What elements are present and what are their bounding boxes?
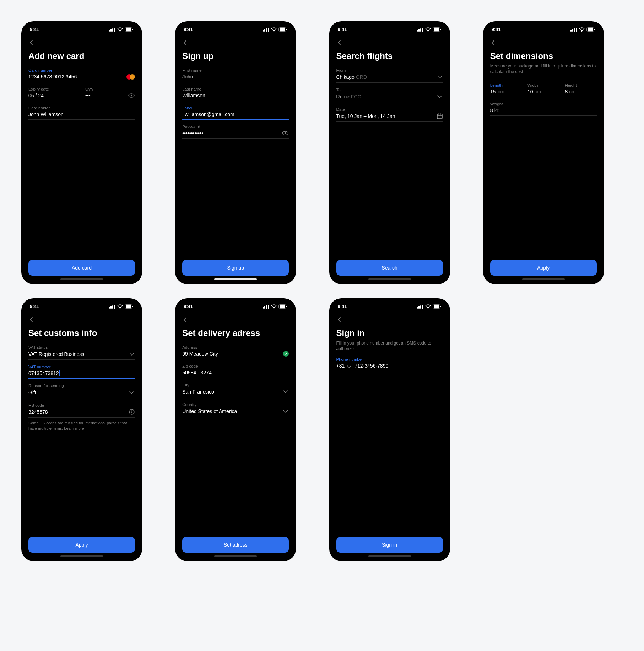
cvv-value: ••• [85, 93, 91, 98]
country-label: Country [182, 402, 289, 407]
zip-field[interactable]: Zip code 60584 - 3274 [182, 364, 289, 378]
status-time: 9:41 [184, 304, 193, 309]
weight-value: 8 [490, 108, 493, 113]
flight-to-label: To [336, 88, 443, 92]
reason-label: Reason for sending [28, 384, 135, 388]
city-label: City [182, 383, 289, 387]
hs-code-field[interactable]: HS code 3245678 [28, 403, 135, 418]
chevron-down-icon [437, 74, 443, 80]
back-button[interactable] [336, 314, 443, 325]
back-button[interactable] [28, 37, 135, 48]
screen-sign-up: 9:41 Sign up First name John Last name W… [175, 21, 296, 284]
width-label: Width [527, 83, 559, 87]
city-value: San Francsico [182, 389, 214, 395]
reason-field[interactable]: Reason for sending Gift [28, 384, 135, 398]
height-field[interactable]: Height 8 cm [565, 83, 596, 97]
zip-value: 60584 - 3274 [182, 370, 212, 375]
screen-customs: 9:41 Set customs info VAT status VAT Reg… [21, 298, 142, 561]
first-name-field[interactable]: First name John [182, 68, 289, 82]
last-name-field[interactable]: Last name Wiliamson [182, 87, 289, 101]
info-icon[interactable] [129, 409, 135, 415]
country-field[interactable]: Country United States of America [182, 402, 289, 417]
email-label: Label [182, 106, 289, 110]
cvv-label: CVV [85, 87, 135, 91]
city-field[interactable]: City San Francsico [182, 383, 289, 397]
search-button[interactable]: Search [336, 260, 443, 276]
status-time: 9:41 [338, 304, 347, 309]
set-address-button[interactable]: Set adress [182, 537, 289, 553]
flight-date-field[interactable]: Date Tue, 10 Jan – Mon, 14 Jan [336, 107, 443, 122]
home-indicator [214, 278, 257, 280]
phone-number-label: Phone number [336, 357, 443, 362]
mastercard-icon [126, 74, 135, 80]
apply-dimensions-button[interactable]: Apply [490, 260, 597, 276]
card-number-value: 1234 5678 9012 3456 [28, 74, 77, 80]
chevron-down-icon [282, 408, 289, 414]
reason-value: Gift [28, 390, 36, 395]
page-title: Set customs info [28, 328, 135, 338]
chevron-down-icon [437, 93, 443, 100]
card-number-label: Card number [28, 68, 135, 72]
weight-field[interactable]: Weight 8 kg [490, 102, 597, 116]
back-button[interactable] [182, 37, 289, 48]
flight-from-code: ORD [356, 74, 367, 80]
flight-date-label: Date [336, 107, 443, 112]
weight-unit: kg [494, 108, 499, 113]
length-field[interactable]: Length 15 cm [490, 83, 522, 97]
screen-dimensions: 9:41 Set dimensions Measure your package… [483, 21, 604, 284]
country-value: United States of America [182, 408, 237, 414]
apply-customs-button[interactable]: Apply [28, 537, 135, 553]
phone-number-field[interactable]: Phone number +81 712-3456-7890 [336, 357, 443, 371]
status-time: 9:41 [338, 27, 347, 32]
width-unit: cm [535, 89, 541, 94]
card-holder-value: John Wiliamson [28, 112, 64, 117]
sign-in-button[interactable]: Sign in [336, 537, 443, 553]
email-value: j.wiliamson@gmail.com [182, 112, 234, 117]
expiry-field[interactable]: Expiry date 06 / 24 [28, 87, 78, 101]
vat-number-field[interactable]: VAT number 07135473812 [28, 365, 135, 379]
sign-up-button[interactable]: Sign up [182, 260, 289, 276]
status-time: 9:41 [184, 27, 193, 32]
vat-status-value: VAT Registered Business [28, 351, 84, 357]
back-button[interactable] [490, 37, 597, 48]
card-number-field[interactable]: Card number 1234 5678 9012 3456 [28, 68, 135, 82]
address-field[interactable]: Address 99 Meadow City [182, 345, 289, 359]
back-button[interactable] [336, 37, 443, 48]
width-field[interactable]: Width 10 cm [527, 83, 559, 97]
first-name-label: First name [182, 68, 289, 72]
back-button[interactable] [28, 314, 135, 325]
status-bar: 9:41 [490, 21, 597, 37]
check-icon [283, 351, 289, 357]
status-icons [109, 304, 134, 309]
calendar-icon[interactable] [437, 113, 443, 119]
country-code-value: +81 [336, 363, 345, 369]
page-subtitle: Fill in your phone number and get an SMS… [336, 340, 443, 352]
password-field[interactable]: Password •••••••••••• [182, 125, 289, 139]
cvv-field[interactable]: CVV ••• [85, 87, 135, 101]
status-icons [417, 304, 442, 309]
status-bar: 9:41 [182, 298, 289, 314]
vat-status-field[interactable]: VAT status VAT Registered Business [28, 345, 135, 360]
screen-delivery: 9:41 Set delivery adress Address 99 Mead… [175, 298, 296, 561]
flight-from-field[interactable]: From Chikago ORD [336, 68, 443, 83]
flight-to-field[interactable]: To Rome FCO [336, 88, 443, 102]
page-title: Add new card [28, 51, 135, 61]
status-time: 9:41 [30, 27, 39, 32]
home-indicator [368, 555, 411, 557]
home-indicator [60, 555, 103, 557]
page-title: Sign up [182, 51, 289, 61]
chevron-down-icon [282, 389, 289, 395]
page-title: Set delivery adress [182, 328, 289, 338]
status-bar: 9:41 [336, 21, 443, 37]
expiry-value: 06 / 24 [28, 93, 44, 98]
screen-add-card: 9:41 Add new card Card number 1234 5678 … [21, 21, 142, 284]
status-bar: 9:41 [336, 298, 443, 314]
email-field[interactable]: Label j.wiliamson@gmail.com [182, 106, 289, 120]
status-icons [570, 27, 595, 32]
password-visibility-icon[interactable] [282, 130, 289, 136]
card-holder-field[interactable]: Card holder John Wiliamson [28, 106, 135, 120]
add-card-button[interactable]: Add card [28, 260, 135, 276]
country-code-selector[interactable]: +81 [336, 363, 351, 369]
cvv-visibility-icon[interactable] [128, 93, 135, 98]
back-button[interactable] [182, 314, 289, 325]
